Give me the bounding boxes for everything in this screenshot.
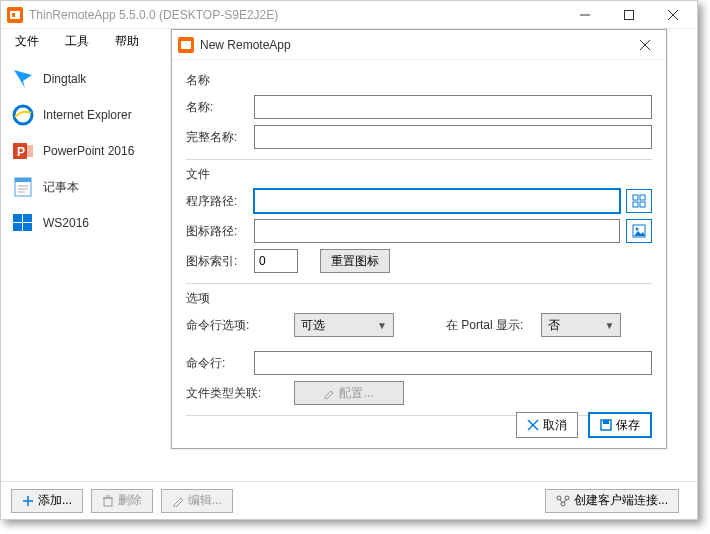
x-icon (527, 419, 539, 431)
window-controls (563, 1, 695, 29)
plus-icon (22, 495, 34, 507)
fullname-label: 完整名称: (186, 129, 248, 146)
window-title: ThinRemoteApp 5.5.0.0 (DESKTOP-S9E2J2E) (29, 8, 563, 22)
dialog-title: New RemoteApp (200, 38, 630, 52)
close-button[interactable] (651, 1, 695, 29)
list-item-label: PowerPoint 2016 (43, 144, 134, 158)
fileassoc-label: 文件类型关联: (186, 385, 268, 402)
image-icon (632, 224, 646, 238)
svg-rect-10 (27, 145, 33, 157)
pencil-icon (324, 388, 335, 399)
cmdline-input[interactable] (254, 351, 652, 375)
new-remoteapp-dialog: New RemoteApp 名称 名称: 完整名称: 文件 程序路径: (171, 29, 667, 449)
maximize-button[interactable] (607, 1, 651, 29)
menu-help[interactable]: 帮助 (111, 31, 143, 52)
list-item[interactable]: P PowerPoint 2016 (7, 133, 157, 169)
name-label: 名称: (186, 99, 248, 116)
portal-select[interactable]: 否 ▼ (541, 313, 621, 337)
dialog-titlebar: New RemoteApp (172, 30, 666, 60)
powerpoint-icon: P (11, 139, 35, 163)
svg-line-29 (564, 499, 566, 503)
list-item-label: 记事本 (43, 179, 79, 196)
edit-button[interactable]: 编辑... (161, 489, 233, 513)
cmdline-label: 命令行: (186, 355, 248, 372)
list-item-label: Internet Explorer (43, 108, 132, 122)
icon-path-input[interactable] (254, 219, 620, 243)
iconindex-label: 图标索引: (186, 253, 248, 270)
svg-rect-36 (633, 202, 638, 207)
svg-rect-22 (104, 498, 112, 506)
add-button[interactable]: 添加... (11, 489, 83, 513)
svg-rect-16 (13, 214, 22, 222)
notepad-icon (11, 175, 35, 199)
program-path-input[interactable] (254, 189, 620, 213)
dingtalk-icon (11, 67, 35, 91)
browse-program-button[interactable] (626, 189, 652, 213)
list-item[interactable]: Dingtalk (7, 61, 157, 97)
link-icon (556, 495, 570, 507)
dialog-footer: 取消 保存 (172, 402, 666, 448)
iconpath-label: 图标路径: (186, 223, 248, 240)
main-window: ThinRemoteApp 5.5.0.0 (DESKTOP-S9E2J2E) … (0, 0, 698, 520)
cancel-button[interactable]: 取消 (516, 412, 578, 438)
svg-rect-19 (23, 223, 32, 231)
svg-rect-37 (640, 202, 645, 207)
cmdopt-select[interactable]: 可选 ▼ (294, 313, 394, 337)
svg-rect-34 (633, 195, 638, 200)
chevron-down-icon: ▼ (604, 320, 614, 331)
fullname-input[interactable] (254, 125, 652, 149)
create-client-button[interactable]: 创建客户端连接... (545, 489, 679, 513)
portal-label: 在 Portal 显示: (446, 317, 523, 334)
dialog-body: 名称 名称: 完整名称: 文件 程序路径: 图标路径: (172, 60, 666, 416)
svg-text:P: P (17, 145, 25, 159)
bottombar: 添加... 删除 编辑... 创建客户端连接... (1, 481, 697, 519)
svg-rect-2 (12, 13, 15, 17)
browse-icon-button[interactable] (626, 219, 652, 243)
list-item[interactable]: WS2016 (7, 205, 157, 241)
list-item[interactable]: Internet Explorer (7, 97, 157, 133)
save-button[interactable]: 保存 (588, 412, 652, 438)
save-icon (600, 419, 612, 431)
svg-rect-12 (15, 178, 31, 182)
group-file-label: 文件 (186, 166, 652, 183)
name-input[interactable] (254, 95, 652, 119)
svg-line-28 (560, 499, 562, 503)
svg-rect-4 (625, 10, 634, 19)
list-item[interactable]: 记事本 (7, 169, 157, 205)
group-options-label: 选项 (186, 290, 652, 307)
svg-rect-35 (640, 195, 645, 200)
svg-point-39 (636, 228, 639, 231)
dialog-close-button[interactable] (630, 30, 660, 60)
list-item-label: WS2016 (43, 216, 89, 230)
svg-rect-31 (181, 41, 191, 49)
pencil-icon (172, 495, 184, 507)
svg-rect-43 (603, 420, 609, 424)
app-icon (7, 7, 23, 23)
delete-button[interactable]: 删除 (91, 489, 153, 513)
windows-icon (11, 211, 35, 235)
app-list: Dingtalk Internet Explorer P PowerPoint … (1, 53, 163, 481)
titlebar: ThinRemoteApp 5.5.0.0 (DESKTOP-S9E2J2E) (1, 1, 697, 29)
group-name-label: 名称 (186, 72, 652, 89)
dialog-icon (178, 37, 194, 53)
trash-icon (102, 495, 114, 507)
svg-rect-18 (13, 223, 22, 231)
menu-tools[interactable]: 工具 (61, 31, 93, 52)
reset-icon-button[interactable]: 重置图标 (320, 249, 390, 273)
icon-index-input[interactable] (254, 249, 298, 273)
list-item-label: Dingtalk (43, 72, 86, 86)
minimize-button[interactable] (563, 1, 607, 29)
cmdopt-label: 命令行选项: (186, 317, 258, 334)
grid-icon (632, 194, 646, 208)
progpath-label: 程序路径: (186, 193, 248, 210)
chevron-down-icon: ▼ (377, 320, 387, 331)
svg-rect-17 (23, 214, 32, 222)
menu-file[interactable]: 文件 (11, 31, 43, 52)
ie-icon (11, 103, 35, 127)
